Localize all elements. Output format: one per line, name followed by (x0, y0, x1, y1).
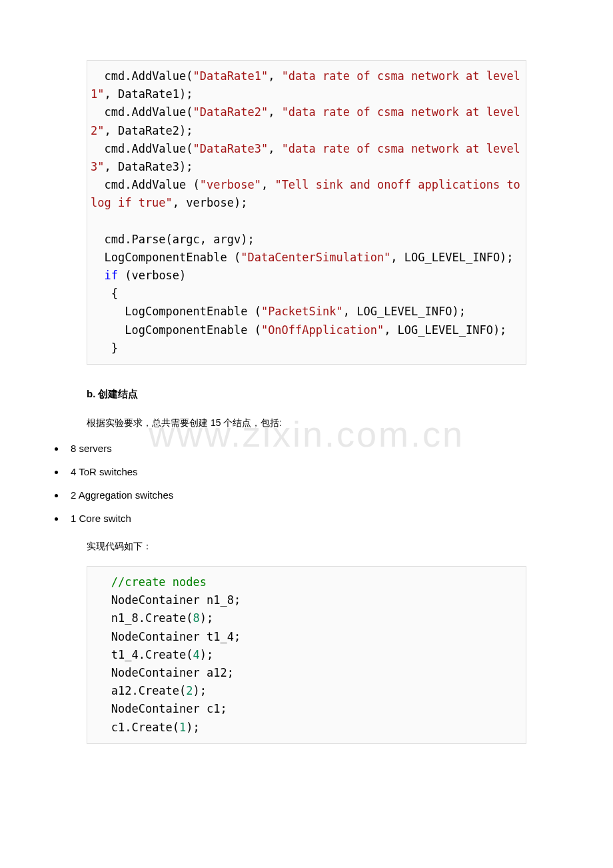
code-text: LogComponentEnable ( (91, 251, 241, 264)
code-number: 2 (186, 684, 193, 697)
code-string: "DataRate2" (193, 105, 269, 119)
code-text: LogComponentEnable ( (91, 323, 261, 337)
code-text: c1.Create( (91, 721, 179, 734)
code-number: 4 (193, 648, 200, 661)
code-comment: //create nodes (91, 575, 207, 589)
code-text: , (268, 69, 281, 83)
code-string: "DataRate3" (193, 142, 269, 155)
code-text: , (261, 178, 275, 191)
code-number: 1 (179, 721, 186, 734)
code-text: , DataRate2); (104, 124, 193, 137)
code-text (91, 269, 104, 282)
code-text: (verbose) (118, 269, 186, 282)
code-text: , DataRate1); (104, 87, 193, 101)
code-text: cmd.AddValue( (91, 105, 193, 119)
list-item: 2 Aggregation switches (65, 489, 573, 501)
code-string: "OnOffApplication" (261, 323, 384, 337)
code-text: cmd.AddValue ( (91, 178, 200, 191)
code-block-2: //create nodes NodeContainer n1_8; n1_8.… (87, 566, 526, 744)
list-item: 8 servers (65, 443, 573, 454)
code-text: NodeContainer n1_8; (91, 593, 241, 607)
code-string: "PacketSink" (261, 305, 343, 318)
code-block-1: cmd.AddValue("DataRate1", "data rate of … (87, 60, 526, 365)
code-string: "DataRate1" (193, 69, 269, 83)
code-text: ); (193, 684, 207, 697)
code-text: NodeContainer t1_4; (91, 630, 241, 643)
code-text: , (268, 142, 281, 155)
code-text: t1_4.Create( (91, 648, 193, 661)
code-text: n1_8.Create( (91, 611, 193, 625)
section-heading-b: b. 创建结点 (87, 388, 573, 401)
code-text: a12.Create( (91, 684, 186, 697)
code-text: { (91, 287, 118, 300)
code-text: LogComponentEnable ( (91, 305, 261, 318)
list-item: 4 ToR switches (65, 466, 573, 477)
code-number: 8 (193, 611, 200, 625)
code-text: ); (200, 648, 213, 661)
code-text: , verbose); (173, 196, 248, 209)
bullet-list: 8 servers 4 ToR switches 2 Aggregation s… (65, 443, 573, 524)
code-text: , DataRate3); (104, 160, 193, 173)
paragraph-nodes: 根据实验要求，总共需要创建 15 个结点，包括: (87, 417, 573, 429)
code-text: cmd.Parse(argc, argv); (91, 233, 255, 246)
code-text: , LOG_LEVEL_INFO); (384, 323, 506, 337)
code-text: NodeContainer c1; (91, 702, 227, 715)
code-text: } (91, 341, 118, 355)
code-text: ); (186, 721, 199, 734)
code-string: "DataCenterSimulation" (241, 251, 390, 264)
code-keyword: if (104, 269, 117, 282)
code-text: cmd.AddValue( (91, 142, 193, 155)
code-text: , (268, 105, 281, 119)
code-text: NodeContainer a12; (91, 666, 234, 679)
page-content: cmd.AddValue("DataRate1", "data rate of … (40, 60, 573, 744)
code-text: ); (200, 611, 213, 625)
list-item: 1 Core switch (65, 513, 573, 524)
paragraph-code-intro: 实现代码如下： (87, 541, 573, 553)
code-text: , LOG_LEVEL_INFO); (390, 251, 513, 264)
code-text: cmd.AddValue( (91, 69, 193, 83)
code-string: "verbose" (200, 178, 261, 191)
code-text: , LOG_LEVEL_INFO); (343, 305, 466, 318)
